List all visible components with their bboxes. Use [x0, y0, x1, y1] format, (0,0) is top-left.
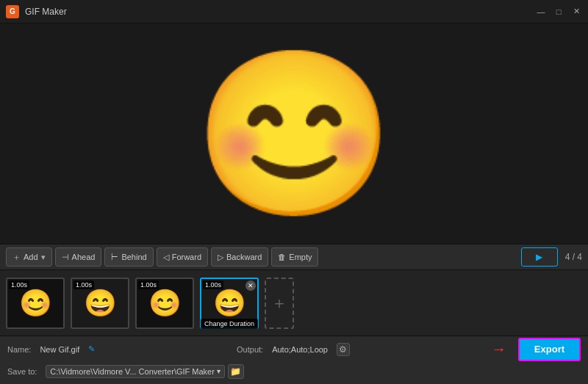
frame-thumb-1[interactable]: 1.00s 😊: [6, 278, 65, 329]
minimize-button[interactable]: —: [535, 6, 547, 18]
frame-emoji-3: 😊: [148, 288, 182, 319]
folder-icon: 📁: [230, 366, 241, 377]
add-icon: ＋: [271, 292, 287, 314]
behind-button[interactable]: ⊢ Behind: [104, 247, 153, 267]
frame-emoji-4: 😄: [213, 288, 246, 319]
frame-thumb-2[interactable]: 1.00s 😄: [71, 278, 129, 329]
frame-duration-1: 1.00s: [9, 280, 29, 289]
frame-duration-4: 1.00s: [203, 280, 223, 289]
behind-icon: ⊢: [111, 253, 118, 262]
save-row: Save to: C:\Vidmore\Vidmore V... Convert…: [7, 362, 581, 381]
save-path-value: C:\Vidmore\Vidmore V... Converter\GIF Ma…: [50, 367, 215, 376]
play-icon: ▶: [536, 252, 542, 262]
frame-close-4[interactable]: ✕: [245, 280, 256, 291]
add-frame-button[interactable]: ＋: [265, 278, 294, 329]
forward-icon: ◁: [163, 253, 169, 262]
close-button[interactable]: ✕: [570, 6, 582, 18]
output-value: Auto;Auto;Loop: [272, 345, 328, 354]
settings-button[interactable]: ⚙: [337, 343, 350, 356]
frame-emoji-2: 😄: [84, 288, 117, 319]
dropdown-icon: ▾: [41, 253, 46, 262]
forward-button[interactable]: ◁ Forward: [157, 247, 208, 267]
dropdown-chevron: ▾: [217, 367, 220, 375]
arrow-icon: →: [492, 341, 506, 358]
frame-thumb-4[interactable]: 1.00s ✕ 😄 Change Duration: [200, 278, 259, 329]
change-duration-tooltip: Change Duration: [201, 319, 258, 329]
backward-icon: ▷: [218, 253, 223, 262]
timeline: 1.00s 😊 1.00s 😄 1.00s 😊 1.00s ✕ 😄 Change…: [0, 270, 588, 336]
frame-duration-2: 1.00s: [74, 280, 94, 289]
export-button[interactable]: Export: [518, 338, 581, 361]
frame-emoji-1: 😊: [19, 288, 52, 319]
output-label: Output:: [237, 345, 263, 354]
empty-button[interactable]: 🗑 Empty: [271, 247, 318, 267]
name-label: Name:: [7, 345, 31, 354]
ahead-icon: ⊣: [62, 253, 69, 262]
app-icon: G: [6, 5, 19, 18]
preview-area: 😊: [0, 23, 588, 244]
plus-icon: ＋: [12, 252, 21, 263]
frame-duration-3: 1.00s: [138, 280, 159, 289]
open-folder-button[interactable]: 📁: [228, 364, 244, 379]
bottom-bar: Name: New Gif.gif ✎ Output: Auto;Auto;Lo…: [0, 336, 588, 384]
backward-button[interactable]: ▷ Backward: [211, 247, 268, 267]
app-title: GIF Maker: [25, 7, 535, 17]
save-path-dropdown[interactable]: C:\Vidmore\Vidmore V... Converter\GIF Ma…: [46, 365, 225, 378]
preview-emoji: 😊: [0, 23, 588, 244]
titlebar: G GIF Maker — □ ✕: [0, 0, 588, 23]
frame-counter: 4 / 4: [565, 252, 582, 262]
ahead-button[interactable]: ⊣ Ahead: [55, 247, 102, 267]
frame-thumb-3[interactable]: 1.00s 😊: [135, 278, 194, 329]
edit-icon[interactable]: ✎: [88, 344, 95, 354]
add-button[interactable]: ＋ Add ▾: [6, 247, 52, 267]
play-button[interactable]: ▶: [521, 247, 558, 267]
name-row: Name: New Gif.gif ✎ Output: Auto;Auto;Lo…: [7, 340, 581, 359]
trash-icon: 🗑: [278, 253, 286, 261]
maximize-button[interactable]: □: [553, 6, 564, 18]
save-label: Save to:: [7, 367, 37, 376]
name-value: New Gif.gif: [40, 345, 79, 354]
save-path-area: C:\Vidmore\Vidmore V... Converter\GIF Ma…: [46, 364, 244, 379]
toolbar: ＋ Add ▾ ⊣ Ahead ⊢ Behind ◁ Forward ▷ Bac…: [0, 244, 588, 270]
window-controls: — □ ✕: [535, 6, 582, 18]
